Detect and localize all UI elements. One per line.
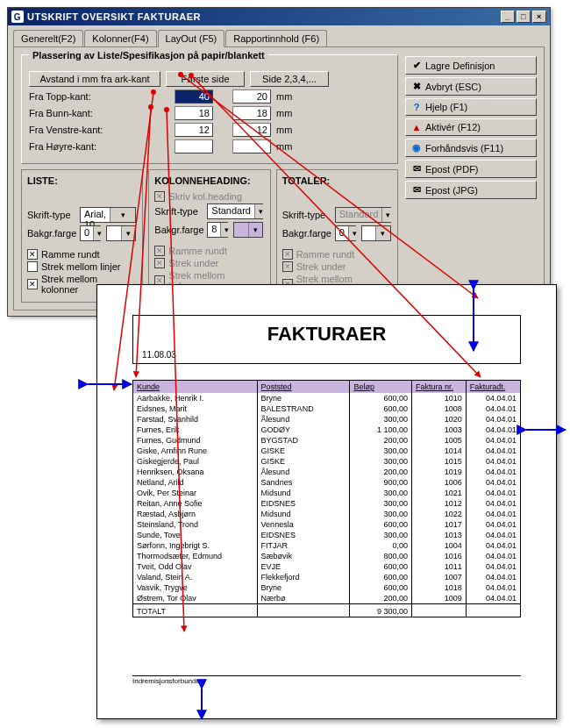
tab-generelt[interactable]: Generelt(F2)	[13, 30, 83, 47]
venstre-input-2[interactable]	[232, 123, 271, 137]
totaler-strek-under-checkbox[interactable]: ✕Strek under	[282, 261, 392, 272]
table-cell: 1005	[411, 435, 466, 446]
table-cell: Nærbø	[257, 593, 350, 604]
table-cell: FITJAR	[257, 540, 350, 551]
table-cell: 04.04.01	[466, 477, 520, 488]
liste-strek-linjer-checkbox[interactable]: Strek mellom linjer	[27, 261, 137, 272]
table-cell: 600,00	[350, 572, 412, 582]
avbryt-button[interactable]: ✖Avbryt (ESC)	[405, 77, 537, 96]
kolonne-skriv-checkbox[interactable]: ✕Skriv kol.heading	[154, 191, 264, 202]
table-cell: Ålesund	[257, 414, 350, 425]
liste-ramme-checkbox[interactable]: ✕Ramme rundt	[27, 249, 137, 260]
chevron-down-icon[interactable]: ▾	[375, 226, 390, 240]
table-cell: Midsund	[257, 509, 350, 519]
kolonne-bakgr-combo[interactable]: 8▾	[207, 222, 228, 238]
table-cell: 1018	[411, 582, 466, 593]
liste-skrift-label: Skrift-type	[27, 210, 75, 220]
chevron-down-icon[interactable]: ▾	[248, 223, 263, 237]
table-cell: 0,00	[350, 540, 412, 551]
venstre-input-1[interactable]	[175, 123, 213, 137]
kolonne-color-combo[interactable]: ▾	[233, 222, 263, 238]
bunn-input-1[interactable]	[175, 106, 213, 120]
totaler-color-combo[interactable]: ▾	[361, 225, 391, 241]
person-icon: ▲	[411, 122, 422, 132]
kolonne-skrift-combo[interactable]: Standard▾	[207, 203, 263, 219]
table-cell: 1010	[411, 393, 466, 403]
totaler-bakgr-combo[interactable]: 0▾	[335, 225, 356, 241]
totaler-skrift-combo[interactable]: Standard▾	[335, 207, 391, 223]
lagre-button[interactable]: ✔Lagre Definisjon	[405, 56, 537, 75]
avstand-button[interactable]: Avstand i mm fra ark-kant	[29, 71, 160, 87]
kolonne-ramme-checkbox[interactable]: ✕Ramme rundt	[154, 246, 264, 256]
topp-input-1[interactable]	[175, 89, 213, 103]
totaler-ramme-checkbox[interactable]: ✕Ramme rundt	[282, 249, 392, 260]
forste-side-button[interactable]: Første side	[166, 71, 245, 87]
table-cell: Østrem, Tor Olav	[133, 593, 257, 604]
table-cell: 300,00	[350, 488, 412, 498]
chevron-down-icon[interactable]: ▾	[93, 226, 105, 240]
table-cell: 1 100,00	[350, 425, 412, 435]
epost-pdf-button[interactable]: ✉Epost (PDF)	[405, 160, 537, 178]
liste-bakgr-combo[interactable]: 0▾	[80, 225, 101, 241]
chevron-down-icon[interactable]: ▾	[254, 204, 267, 218]
titlebar[interactable]: G UTSKRIFT OVERSIKT FAKTURAER _ □ ×	[8, 8, 550, 25]
kolonne-strek-under-checkbox[interactable]: ✕Strek under	[154, 258, 264, 268]
table-row: Ræstad, AsbjørnMidsund300,00102204.04.01	[133, 509, 520, 519]
col-header: Kunde	[133, 381, 257, 393]
chevron-down-icon[interactable]: ▾	[121, 226, 136, 240]
chevron-down-icon[interactable]: ▾	[110, 208, 135, 222]
table-row: Netland, ArildSandnes900,00100604.04.01	[133, 477, 520, 488]
table-cell: 04.04.01	[466, 456, 520, 467]
chevron-down-icon[interactable]: ▾	[348, 226, 360, 240]
bunn-input-2[interactable]	[232, 106, 271, 120]
eye-icon: ◉	[411, 142, 422, 153]
table-cell: GISKE	[257, 446, 350, 456]
table-cell: Giskegjerde, Paul	[133, 456, 257, 467]
table-cell: BYGSTAD	[257, 435, 350, 446]
table-cell: 04.04.01	[466, 519, 520, 530]
col-header: Beløp	[350, 381, 412, 393]
table-cell: 1014	[411, 446, 466, 456]
table-cell: Ræstad, Asbjørn	[133, 509, 257, 519]
venstre-label: Fra Venstre-kant:	[29, 125, 125, 135]
aktiver-button[interactable]: ▲Aktivér (F12)	[405, 118, 537, 136]
table-cell: 04.04.01	[466, 488, 520, 498]
placement-group: Plassering av Liste/Spesifikasjon på pap…	[21, 54, 398, 164]
side234-button[interactable]: Side 2,3,4,...	[250, 71, 329, 87]
topp-label: Fra Topp-kant:	[29, 91, 125, 102]
tab-kolonner[interactable]: Kolonner(F4)	[84, 30, 156, 47]
hoyre-input-2[interactable]	[232, 139, 271, 153]
chevron-down-icon[interactable]: ▾	[381, 208, 394, 222]
minimize-icon[interactable]: _	[501, 11, 515, 23]
kolonne-panel: KOLONNEHEADING: ✕Skriv kol.heading Skrif…	[148, 169, 270, 303]
invoice-title-box: FAKTURAER 11.08.03	[132, 315, 521, 364]
table-cell: 04.04.01	[466, 572, 520, 582]
maximize-icon[interactable]: □	[517, 11, 531, 23]
question-icon: ?	[411, 102, 422, 112]
table-cell: 600,00	[350, 582, 412, 593]
close-icon[interactable]: ×	[532, 11, 546, 23]
tab-rapport[interactable]: Rapportinnhold (F6)	[225, 30, 327, 47]
liste-color-combo[interactable]: ▾	[106, 225, 136, 241]
hoyre-input-1[interactable]	[175, 139, 213, 153]
table-cell: 1009	[411, 593, 466, 604]
chevron-down-icon[interactable]: ▾	[220, 223, 232, 237]
table-cell: 1017	[411, 519, 466, 530]
table-cell: Ålesund	[257, 467, 350, 477]
topp-input-2[interactable]	[232, 89, 271, 103]
liste-skrift-combo[interactable]: Arial, 10▾	[80, 207, 136, 223]
tab-layout[interactable]: LayOut (F5)	[158, 30, 225, 47]
table-cell: 300,00	[350, 498, 412, 509]
hoyre-unit: mm	[276, 141, 297, 152]
epost-jpg-button[interactable]: ✉Epost (JPG)	[405, 181, 537, 199]
table-row: Valand, Stein A.Flekkefjord600,00100704.…	[133, 572, 520, 582]
col-header: Poststed	[257, 381, 350, 393]
bunn-unit: mm	[276, 108, 297, 118]
venstre-unit: mm	[276, 125, 297, 135]
table-cell: 900,00	[350, 477, 412, 488]
table-cell: Sunde, Tove	[133, 530, 257, 540]
table-cell: 1012	[411, 498, 466, 509]
forhandsvis-button[interactable]: ◉Forhåndsvis (F11)	[405, 139, 537, 157]
hjelp-button[interactable]: ?Hjelp (F1)	[405, 98, 537, 116]
table-cell: 300,00	[350, 509, 412, 519]
